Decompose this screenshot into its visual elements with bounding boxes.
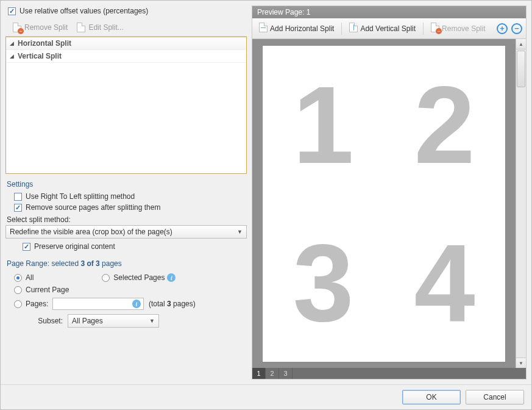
radio-row-all-selected: All Selected Pages i <box>5 272 247 284</box>
page-remove-icon: − <box>431 23 439 34</box>
page-remove-icon: − <box>12 23 22 32</box>
page-tab[interactable]: 1 <box>252 368 266 379</box>
page-number-2: 2 <box>414 62 475 188</box>
subset-row: Subset: All Pages ▼ <box>5 312 247 330</box>
preserve-original-label: Preserve original content <box>34 242 115 251</box>
preview-remove-split-button[interactable]: − Remove Split <box>427 20 489 37</box>
rtl-row[interactable]: Use Right To Left splitting method <box>5 191 247 202</box>
page-range-title-suffix: pages <box>100 259 122 268</box>
page-range-title: Page Range: selected 3 of 3 pages <box>7 259 247 268</box>
vertical-scrollbar[interactable]: ▲ ▼ <box>516 39 526 368</box>
preserve-original-row[interactable]: Preserve original content <box>5 241 247 252</box>
pages-total: (total 3 pages) <box>149 300 196 308</box>
pages-total-count: 3 <box>167 300 171 308</box>
radio-all[interactable] <box>14 274 22 282</box>
use-relative-offsets-checkbox[interactable] <box>8 7 16 15</box>
splits-toolbar: − Remove Split Edit Split... <box>5 19 247 37</box>
use-relative-offsets-label: Use relative offset values (percentages) <box>20 7 148 15</box>
radio-row-pages: Pages: i (total 3 pages) <box>5 296 247 312</box>
scroll-thumb[interactable] <box>517 51 525 87</box>
tree-item-label: Horizontal Split <box>18 39 71 48</box>
scroll-down-button[interactable]: ▼ <box>516 358 526 368</box>
caret-icon: ◢ <box>10 53 14 59</box>
radio-selected-pages[interactable] <box>102 274 110 282</box>
chevron-down-icon: ▼ <box>237 229 243 235</box>
tree-item-vertical[interactable]: ◢ Vertical Split <box>6 50 246 63</box>
add-h-label: Add Horizontal Split <box>270 24 334 33</box>
zoom-out-button[interactable]: − <box>511 23 522 34</box>
page-tab[interactable]: 2 <box>266 368 279 379</box>
radio-pages-label: Pages: <box>26 300 52 308</box>
page-vsplit-icon <box>349 23 358 34</box>
page-number-4: 4 <box>414 220 475 346</box>
remove-source-row[interactable]: Remove source pages after splitting them <box>5 202 247 213</box>
radio-selected-pages-group: Selected Pages i <box>102 273 176 282</box>
rtl-checkbox[interactable] <box>14 193 22 201</box>
edit-split-label: Edit Split... <box>88 23 123 32</box>
pages-input[interactable]: i <box>52 298 144 310</box>
rtl-label: Use Right To Left splitting method <box>26 192 135 201</box>
preserve-original-checkbox[interactable] <box>23 243 30 251</box>
select-method-label: Select split method: <box>5 213 247 225</box>
remove-split-button[interactable]: − Remove Split <box>8 20 72 35</box>
pages-total-suffix: pages) <box>171 300 196 308</box>
caret-icon: ◢ <box>10 40 14 46</box>
page-tab-strip: 1 2 3 <box>252 368 526 379</box>
scroll-up-button[interactable]: ▲ <box>516 39 526 49</box>
dialog-body: Use relative offset values (percentages)… <box>1 1 531 384</box>
page-range-title-prefix: Page Range: selected <box>7 259 80 268</box>
page-viewport[interactable]: 1 2 3 4 <box>252 39 516 368</box>
splits-tree[interactable]: ◢ Horizontal Split ◢ Vertical Split <box>5 37 247 174</box>
zoom-in-button[interactable]: + <box>497 23 508 34</box>
tree-item-label: Vertical Split <box>18 52 62 60</box>
subset-select[interactable]: All Pages ▼ <box>68 314 159 328</box>
add-v-label: Add Vertical Split <box>360 24 416 33</box>
split-method-value: Redefine the visible area (crop box) of … <box>10 228 172 236</box>
radio-pages[interactable] <box>14 300 22 308</box>
page-range-title-count: 3 of 3 <box>80 259 99 268</box>
radio-current-page-label: Current Page <box>26 286 69 294</box>
use-relative-offsets-row[interactable]: Use relative offset values (percentages) <box>5 5 247 19</box>
page-number-3: 3 <box>293 220 353 346</box>
edit-split-button[interactable]: Edit Split... <box>72 20 127 35</box>
cancel-button[interactable]: Cancel <box>466 390 524 405</box>
page-tab[interactable]: 3 <box>279 368 293 379</box>
settings-title: Settings <box>7 180 247 189</box>
page-edit-icon <box>76 23 86 32</box>
info-icon[interactable]: i <box>132 300 141 308</box>
page-number-1: 1 <box>293 62 353 188</box>
ok-button[interactable]: OK <box>402 390 461 405</box>
info-icon[interactable]: i <box>167 273 176 282</box>
split-method-select[interactable]: Redefine the visible area (crop box) of … <box>5 225 247 239</box>
remove-split-label: Remove Split <box>24 23 68 32</box>
tree-item-horizontal[interactable]: ◢ Horizontal Split <box>6 37 246 50</box>
dialog-footer: OK Cancel <box>1 384 531 409</box>
subset-value: All Pages <box>72 317 103 325</box>
radio-all-label: All <box>26 273 34 282</box>
left-panel: Use relative offset values (percentages)… <box>5 5 247 379</box>
radio-selected-pages-label: Selected Pages <box>113 273 165 282</box>
subset-label: Subset: <box>14 317 68 325</box>
split-pages-dialog: Use relative offset values (percentages)… <box>0 0 532 410</box>
preview-remove-label: Remove Split <box>442 24 485 33</box>
page-hsplit-icon <box>259 23 268 34</box>
pages-total-prefix: (total <box>149 300 167 308</box>
preview-panel: Preview Page: 1 Add Horizontal Split Add… <box>252 5 527 379</box>
radio-current-page[interactable] <box>14 286 22 294</box>
preview-page: 1 2 3 4 <box>262 45 506 362</box>
remove-source-label: Remove source pages after splitting them <box>26 203 160 212</box>
remove-source-checkbox[interactable] <box>14 204 22 212</box>
add-vertical-split-button[interactable]: Add Vertical Split <box>345 20 420 37</box>
preview-header: Preview Page: 1 <box>252 6 526 18</box>
preview-area: 1 2 3 4 ▲ ▼ <box>252 39 526 368</box>
preview-toolbar: Add Horizontal Split Add Vertical Split … <box>252 18 526 39</box>
chevron-down-icon: ▼ <box>149 318 155 324</box>
radio-row-current: Current Page <box>5 284 247 296</box>
toolbar-separator <box>341 23 342 35</box>
toolbar-separator <box>423 23 424 35</box>
add-horizontal-split-button[interactable]: Add Horizontal Split <box>255 20 338 37</box>
